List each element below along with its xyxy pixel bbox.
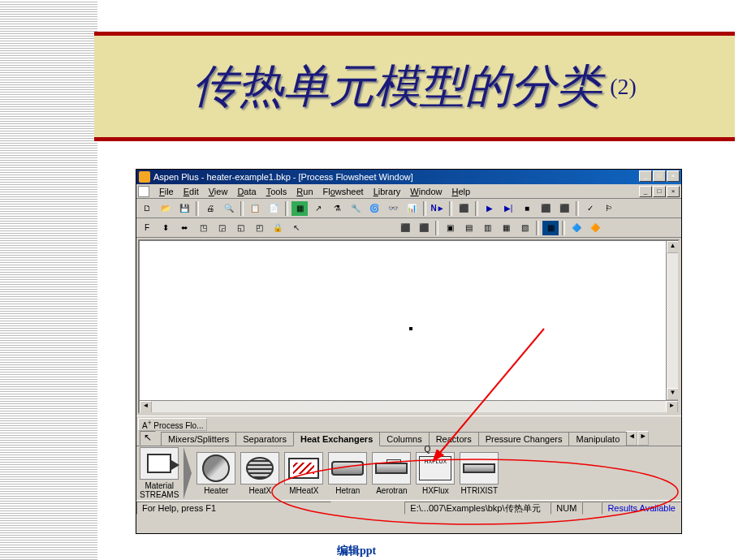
mdi-controls: _ □ × <box>638 186 680 197</box>
close-button[interactable]: × <box>667 170 680 182</box>
tb-4g[interactable]: 📊 <box>403 200 421 217</box>
mdi-close-button[interactable]: × <box>667 186 680 197</box>
tab-columns[interactable]: Columns <box>379 432 429 446</box>
open-button[interactable]: 📂 <box>157 200 175 217</box>
scroll-left-button[interactable]: ◄ <box>140 401 152 413</box>
minimize-button[interactable]: _ <box>639 170 652 182</box>
select-tool[interactable]: ↖ <box>140 431 156 446</box>
tb2-r8[interactable]: ▦ <box>542 220 559 236</box>
hxflux-icon: HXFLUX <box>419 456 451 480</box>
tb2-r10[interactable]: 🔶 <box>586 220 604 236</box>
tab-separators[interactable]: Separators <box>235 432 294 446</box>
tb-6a[interactable]: ⬛ <box>537 200 555 217</box>
new-button[interactable]: 🗋 <box>138 200 156 217</box>
menu-view[interactable]: View <box>204 187 233 196</box>
tb-7b[interactable]: 🏳 <box>600 200 618 217</box>
save-button[interactable]: 💾 <box>175 200 193 217</box>
mdi-icon[interactable] <box>138 186 149 197</box>
tb2-r5[interactable]: ▥ <box>478 220 496 236</box>
tab-scroll-left[interactable]: ◄ <box>626 431 637 446</box>
tb-7a[interactable]: ✓ <box>581 200 599 217</box>
flowsheet-canvas[interactable]: ▲ ▼ ◄ ► <box>138 239 680 414</box>
tb2-r2[interactable]: ⬛ <box>415 220 433 236</box>
scroll-right-button[interactable]: ► <box>666 401 678 413</box>
tb2-e[interactable]: ◲ <box>213 220 231 236</box>
heatx-icon <box>246 457 274 480</box>
maximize-button[interactable]: □ <box>653 170 666 182</box>
menu-window[interactable]: Window <box>405 187 447 196</box>
scroll-up-button[interactable]: ▲ <box>667 241 679 253</box>
palette-item-heatx[interactable]: HeatX <box>239 450 281 497</box>
tb2-lock[interactable]: 🔒 <box>269 220 287 236</box>
tb-5a[interactable]: ⬛ <box>455 200 473 217</box>
tab-mixers-splitters[interactable]: Mixers/Splitters <box>161 432 236 446</box>
copy-button[interactable]: 📋 <box>246 200 264 217</box>
menu-flowsheet[interactable]: Flowsheet <box>318 187 369 196</box>
palette-item-mheatx[interactable]: MHeatX <box>283 450 325 497</box>
horizontal-scrollbar[interactable]: ◄ ► <box>140 400 678 412</box>
preview-button[interactable]: 🔍 <box>220 200 238 217</box>
run-start-button[interactable]: ▶ <box>481 200 499 217</box>
menu-help[interactable]: Help <box>447 187 475 196</box>
vertical-scrollbar[interactable]: ▲ ▼ <box>666 241 678 400</box>
palette-item-htrixist[interactable]: HTRIXIST <box>458 450 500 497</box>
tb-4c[interactable]: ⚗ <box>328 200 346 217</box>
tab-scroll-right[interactable]: ► <box>637 431 649 446</box>
tab-reactors[interactable]: Reactors <box>429 432 479 446</box>
tab-manipulators[interactable]: Manipulato <box>568 432 627 446</box>
heater-icon <box>202 454 230 482</box>
tb2-g[interactable]: ◰ <box>250 220 268 236</box>
paste-button[interactable]: 📄 <box>265 200 283 217</box>
menu-data[interactable]: Data <box>232 187 261 196</box>
tb2-c[interactable]: ⬌ <box>175 220 193 236</box>
print-button[interactable]: 🖨 <box>201 200 219 217</box>
toolbar-1: 🗋 📂 💾 🖨 🔍 📋 📄 ▦ ↗ ⚗ 🔧 🌀 👓 📊 N► ⬛ ▶ ▶| ■ … <box>136 199 681 218</box>
run-stop-button[interactable]: ■ <box>518 200 536 217</box>
title-bar[interactable]: Aspen Plus - heater-example1.bkp - [Proc… <box>136 170 681 184</box>
tb-4e[interactable]: 🌀 <box>365 200 383 217</box>
palette-item-hxflux[interactable]: HXFLUX HXFlux <box>414 450 456 497</box>
tb2-f[interactable]: ◱ <box>231 220 249 236</box>
tb-6b[interactable]: ⬛ <box>555 200 573 217</box>
next-button[interactable]: N► <box>429 200 447 217</box>
palette-item-heater[interactable]: Heater <box>195 450 237 497</box>
tb-4d[interactable]: 🔧 <box>347 200 365 217</box>
status-help: For Help, press F1 <box>136 502 331 515</box>
palette-item-hetran[interactable]: Hetran <box>326 450 369 497</box>
menu-run[interactable]: Run <box>291 187 317 196</box>
run-step-button[interactable]: ▶| <box>499 200 517 217</box>
scroll-down-button[interactable]: ▼ <box>667 388 679 400</box>
tb-4f[interactable]: 👓 <box>384 200 402 217</box>
tb2-r6[interactable]: ▦ <box>497 220 515 236</box>
canvas-marker <box>409 327 412 330</box>
tab-pressure-changers[interactable]: Pressure Changers <box>478 432 570 446</box>
mdi-minimize-button[interactable]: _ <box>639 186 652 197</box>
tb2-r3[interactable]: ▣ <box>441 220 459 236</box>
status-path: E:\...007\Examples\bkp\传热单元 <box>404 502 551 515</box>
toolbar-2: F ⬍ ⬌ ◳ ◲ ◱ ◰ 🔒 ↖ ⬛ ⬛ ▣ ▤ ▥ ▦ ▧ ▦ 🔷 🔶 <box>136 218 681 238</box>
tb2-b[interactable]: ⬍ <box>157 220 175 236</box>
palette-item-aerotran[interactable]: Aerotran <box>370 450 412 497</box>
app-icon <box>139 171 150 183</box>
tb2-d[interactable]: ◳ <box>194 220 212 236</box>
menu-file[interactable]: File <box>154 187 179 196</box>
tb2-r1[interactable]: ⬛ <box>396 220 414 236</box>
tab-heat-exchangers[interactable]: Heat Exchangers <box>293 432 380 446</box>
menu-tools[interactable]: Tools <box>261 187 292 196</box>
status-bar: For Help, press F1 E:\...007\Examples\bk… <box>136 500 681 515</box>
tb-4a[interactable]: ▦ <box>291 200 309 217</box>
process-flowsheet-tab[interactable]: A+ Process Flo... <box>138 418 207 431</box>
document-tabs: A+ Process Flo... <box>136 416 681 430</box>
palette-item-streams[interactable]: Material STREAMS <box>138 446 180 501</box>
tb2-r9[interactable]: 🔷 <box>568 220 585 236</box>
menu-library[interactable]: Library <box>369 187 406 196</box>
pointer-button[interactable]: ↖ <box>287 220 305 236</box>
mheatx-icon <box>288 458 319 479</box>
menu-edit[interactable]: Edit <box>179 187 204 196</box>
mdi-restore-button[interactable]: □ <box>653 186 666 197</box>
tb2-r7[interactable]: ▧ <box>516 220 533 236</box>
tb-4b[interactable]: ↗ <box>309 200 327 217</box>
status-results: Results Available <box>602 502 681 515</box>
tb2-r4[interactable]: ▤ <box>460 220 477 236</box>
tb2-a[interactable]: F <box>138 220 156 236</box>
